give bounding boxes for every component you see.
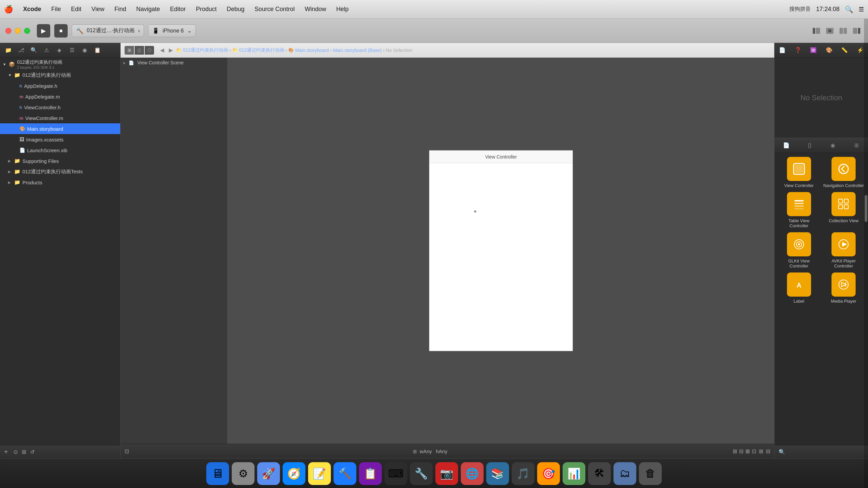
lib-label[interactable]: A Label [779,272,819,304]
nav-folder-icon[interactable]: 📁 [3,45,13,55]
size-tab[interactable]: 📏 [839,45,850,55]
maximize-button[interactable] [24,28,30,34]
dock-analytics[interactable]: 📊 [563,462,585,485]
minimize-button[interactable] [15,28,21,34]
scene-item[interactable]: ▶ 📄 View Controller Scene [121,58,227,68]
attributes-tab[interactable]: 🎨 [823,45,835,55]
lib-tab-media[interactable]: ◉ [827,140,839,150]
notification-icon[interactable]: ☰ [859,6,864,13]
dock-trash[interactable]: 🗑 [639,462,662,485]
size-btn-1[interactable]: ⊞ [733,448,737,455]
viewcontroller-m[interactable]: m ViewController.m [0,113,120,123]
file-inspector-tab[interactable]: 📄 [776,45,788,55]
dock-tools[interactable]: 🔧 [410,462,433,485]
lib-search-icon[interactable]: 🔍 [779,449,785,455]
nav-report-icon[interactable]: ☰ [67,45,77,55]
crumb-3[interactable]: Main.storyboard [295,48,329,53]
nav-log-icon[interactable]: 📋 [92,45,102,55]
crumb-2[interactable]: 012通过约束执行动画 [239,47,284,53]
version-editor-btn[interactable]: ⎔ [145,46,154,55]
dock-files[interactable]: 🗂 [614,462,636,485]
dock-media[interactable]: 🎵 [512,462,534,485]
device-selector[interactable]: 📱 iPhone 6 ⌄ [148,25,195,37]
menu-help[interactable]: Help [334,5,351,13]
nav-debug-icon[interactable]: ◉ [80,45,90,55]
center-toggle[interactable] [824,25,836,37]
dock-xcode[interactable]: 🔨 [334,462,356,485]
lib-avkit[interactable]: AVKit Player Controller [824,232,864,268]
recent-icon[interactable]: ↺ [30,449,34,455]
main-storyboard[interactable]: 🎨 Main.storyboard [0,123,120,134]
scheme-selector[interactable]: 🔨 012通过…·执行动画 › [72,25,144,37]
lib-collection-view[interactable]: Collection View [824,192,864,228]
menu-product[interactable]: Product [194,5,219,13]
dock-dev-tools[interactable]: 🛠 [588,462,611,485]
appdelegate-m[interactable]: m AppDelegate.m [0,91,120,102]
close-button[interactable] [5,28,11,34]
project-root[interactable]: ▼ 📦 012通过约束执行动画 2 targets, iOS SDK 8.1 [0,59,120,70]
stop-button[interactable]: ■ [54,24,68,37]
zoom-out-btn[interactable]: ⊟ [766,448,770,455]
menu-xcode[interactable]: Xcode [21,5,43,13]
menu-window[interactable]: Window [303,5,328,13]
storyboard-canvas[interactable]: View Controller [228,58,774,444]
dock-finder[interactable]: 🖥 [206,462,229,485]
run-button[interactable]: ▶ [37,24,50,37]
dock-notes[interactable]: 📝 [308,462,331,485]
dock-onenote[interactable]: 📋 [359,462,382,485]
zoom-in-btn[interactable]: ⊞ [759,448,763,455]
menu-source-control[interactable]: Source Control [252,5,297,13]
tests-folder[interactable]: ▶ 📁 012通过约束执行动画Tests [0,166,120,177]
back-btn[interactable]: ◀ [159,47,165,53]
size-btn-2[interactable]: ⊟ [739,448,743,455]
appdelegate-h[interactable]: h AppDelegate.h [0,81,120,91]
forward-btn[interactable]: ▶ [167,47,174,53]
lib-tab-file[interactable]: 📄 [780,140,792,150]
dock-safari[interactable]: 🧭 [283,462,305,485]
menu-find[interactable]: Find [113,5,128,13]
dock-photo-booth[interactable]: 📷 [435,462,458,485]
dock-terminal[interactable]: ⌨ [384,462,407,485]
lib-tab-code[interactable]: {} [804,140,816,150]
supporting-files[interactable]: ▶ 📁 Supporting Files [0,155,120,166]
search-icon[interactable]: 🔍 [845,5,853,13]
size-btn-3[interactable]: ⊠ [745,448,750,455]
standard-editor-btn[interactable]: ⊞ [125,46,134,55]
dock-system-prefs[interactable]: ⚙ [232,462,254,485]
hierarchy-icon[interactable]: ⊞ [22,449,26,455]
vc-body[interactable] [429,163,572,351]
lib-tab-objects[interactable]: ⊞ [850,140,862,150]
images-xcassets[interactable]: 🖼 Images.xcassets [0,134,120,145]
nav-search-icon[interactable]: 🔍 [29,45,39,55]
identity-tab[interactable]: 🆔 [807,45,819,55]
dock-dash[interactable]: 📚 [486,462,509,485]
menu-view[interactable]: View [89,5,106,13]
dock-instruments[interactable]: 🎯 [537,462,560,485]
lib-media-player[interactable]: Media Player [824,272,864,304]
launchscreen-xib[interactable]: 📄 LaunchScreen.xib [0,145,120,155]
lib-view-controller[interactable]: View Controller [779,157,819,188]
menu-edit[interactable]: Edit [69,5,83,13]
quickhelp-tab[interactable]: ❓ [792,45,804,55]
products-folder[interactable]: ▶ 📁 Products [0,177,120,188]
menu-navigate[interactable]: Navigate [134,5,162,13]
nav-git-icon[interactable]: ⎇ [16,45,26,55]
lib-glkit[interactable]: GLKit View Controller [779,232,819,268]
inspector-toggle[interactable] [850,25,863,37]
add-file-button[interactable]: + [4,448,8,456]
crumb-4[interactable]: Main.storyboard (Base) [333,48,382,53]
size-picker-btn[interactable]: ⊞ [413,449,417,454]
main-folder[interactable]: ▼ 📁 012通过约束执行动画 [0,70,120,81]
filter-icon[interactable]: ⊙ [13,449,18,455]
apple-menu[interactable]: 🍎 [4,5,13,14]
crumb-1[interactable]: 012通过约束执行动画 [183,47,228,53]
lib-nav-controller[interactable]: Navigation Controller [824,157,864,188]
menu-debug[interactable]: Debug [225,5,246,13]
menu-editor[interactable]: Editor [168,5,188,13]
assistant-toggle[interactable] [837,25,849,37]
nav-breakpoint-icon[interactable]: ◈ [54,45,64,55]
zoom-fit-btn[interactable]: ⊡ [125,448,129,455]
dock-filezilla[interactable]: 🌐 [461,462,484,485]
size-btn-4[interactable]: ⊡ [752,448,756,455]
viewcontroller-h[interactable]: h ViewController.h [0,102,120,113]
